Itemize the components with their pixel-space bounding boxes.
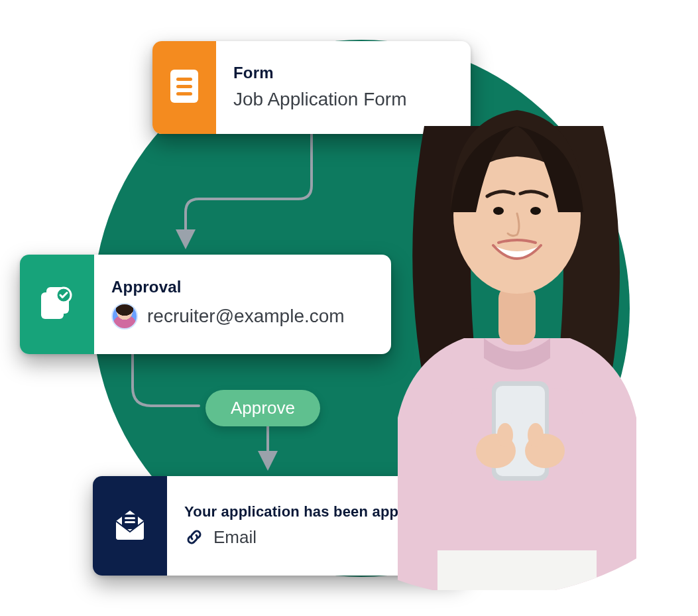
- email-channel-label: Email: [213, 527, 257, 548]
- form-card: Form Job Application Form: [152, 41, 471, 134]
- document-icon: [169, 68, 200, 107]
- approve-button[interactable]: Approve: [205, 390, 320, 426]
- email-card: Your application has been approved Email: [93, 476, 464, 576]
- approval-recipient-row: recruiter@example.com: [111, 303, 345, 330]
- approve-button-label: Approve: [231, 398, 295, 418]
- email-card-title: Your application has been approved: [184, 503, 439, 521]
- form-card-title: Form: [233, 64, 406, 82]
- svg-rect-9: [125, 521, 135, 523]
- approval-card-content: Approval recruiter@example.com: [94, 255, 365, 354]
- email-channel-row: Email: [184, 527, 439, 548]
- email-card-content: Your application has been approved Email: [167, 476, 459, 576]
- link-icon: [184, 527, 204, 547]
- approval-icon-bar: [20, 255, 94, 354]
- email-icon-bar: [93, 476, 167, 576]
- svg-rect-3: [176, 92, 192, 95]
- form-icon-bar: [152, 41, 216, 134]
- form-card-subtitle: Job Application Form: [233, 89, 406, 110]
- approval-card: Approval recruiter@example.com: [20, 255, 391, 354]
- approval-check-icon: [37, 283, 77, 326]
- approval-email: recruiter@example.com: [147, 306, 345, 327]
- avatar: [111, 303, 138, 330]
- approval-card-title: Approval: [111, 278, 345, 296]
- diagram-canvas: Form Job Application Form Approval recru…: [0, 0, 698, 616]
- svg-rect-1: [176, 78, 192, 81]
- envelope-icon: [111, 505, 149, 546]
- form-card-content: Form Job Application Form: [216, 41, 426, 134]
- svg-rect-2: [176, 85, 192, 88]
- svg-rect-8: [125, 517, 135, 519]
